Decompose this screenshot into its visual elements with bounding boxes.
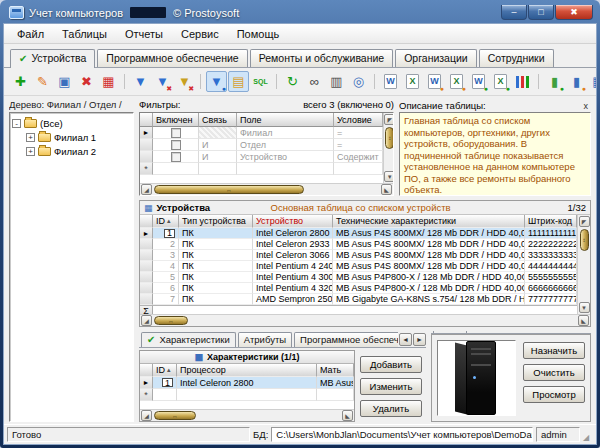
delete-button[interactable]: Удалить (360, 400, 422, 417)
toolbar-button[interactable]: W ● (468, 71, 489, 92)
toolbar-button[interactable] (512, 71, 533, 92)
resize-grip[interactable]: ◢ (583, 433, 593, 442)
toolbar-button[interactable]: ◎ (348, 71, 369, 92)
filter-condition-cell[interactable]: Содержит (334, 151, 383, 163)
filters-col-condition[interactable]: Условие (334, 113, 383, 127)
tree-node[interactable]: + Филиал 2 (26, 144, 131, 158)
menu-item[interactable]: Таблицы (53, 26, 116, 42)
characteristics-horizontal-scrollbar[interactable]: ↔ (154, 411, 196, 420)
toolbar-button[interactable]: ✖ (76, 71, 97, 92)
filter-condition-cell[interactable]: = (334, 127, 383, 139)
filter-field-cell[interactable]: Отдел (237, 139, 334, 151)
corner-button[interactable]: ◢ (141, 410, 152, 421)
sub-tab[interactable]: ✔ Атрибуты (238, 332, 292, 347)
filter-field-cell[interactable]: Филиал (237, 127, 334, 139)
sub-tab[interactable]: ✔ Характеристики (141, 332, 236, 347)
toolbar-button[interactable]: ▦ (98, 71, 119, 92)
tree-node[interactable]: - (Все) (12, 116, 131, 130)
filters-col-field[interactable]: Поле (237, 113, 334, 127)
device-row[interactable]: ► 77 ПК AMD Sempron 2500 MB Gigabyte GA-… (140, 294, 577, 305)
assign-photo-button[interactable]: Назначить (523, 342, 585, 359)
filter-link-cell[interactable]: И (199, 139, 237, 151)
view-photo-button[interactable]: Просмотр (523, 386, 585, 403)
devices-funnel-button[interactable]: ▼ (579, 302, 590, 313)
tree-expander-icon[interactable]: + (26, 147, 35, 156)
tab-scroll-left-icon[interactable]: ◄ (399, 333, 412, 346)
corner-button-right[interactable]: ◣ (381, 184, 392, 195)
characteristics-row[interactable]: ► 1 Intel Celeron 2800 MB Asus P4S 800MX… (140, 377, 354, 389)
devices-vertical-scrollbar[interactable]: ↕ (580, 229, 589, 251)
main-tab[interactable]: ✔ Сотрудники (479, 49, 554, 67)
device-row[interactable]: ► 11 ПК Intel Celeron 2800 MB Asus P4S 8… (140, 228, 577, 239)
device-row[interactable]: ► 33 ПК Intel Celeron 3066 MB Asus P4S 8… (140, 250, 577, 261)
toolbar-button[interactable]: ↻ (282, 71, 303, 92)
maximize-button[interactable]: □ (528, 5, 554, 20)
device-row[interactable]: ► 22 ПК Intel Celeron 2933 MB Asus P4S 8… (140, 239, 577, 250)
description-close-icon[interactable]: x (581, 101, 592, 111)
corner-button[interactable]: ◢ (141, 315, 152, 326)
devices-col-specs[interactable]: Технические характеристики (333, 215, 525, 228)
main-tab[interactable]: ✔ Программное обеспечение (97, 49, 247, 67)
devices-horizontal-scrollbar[interactable]: ↔ (154, 316, 188, 325)
checkbox-icon[interactable] (171, 140, 181, 150)
sub-tab[interactable]: ✔ Программное обеспечение (294, 332, 398, 347)
filter-link-cell[interactable]: И (199, 151, 237, 163)
toolbar-button[interactable]: ▮ ● (566, 71, 587, 92)
add-button[interactable]: Добавить (360, 356, 422, 373)
devices-col-id[interactable]: ID▴ (153, 215, 179, 228)
filter-condition-cell[interactable]: = (334, 139, 383, 151)
device-row[interactable]: ► 44 ПК Intel Pentium 4 2400 MB Asus P4S… (140, 261, 577, 272)
devices-col-barcode[interactable]: Штрих-код (525, 215, 577, 228)
toolbar-button[interactable]: ▥ (326, 71, 347, 92)
tree-expander-icon[interactable]: + (26, 133, 35, 142)
toolbar-button[interactable]: X ● (446, 71, 467, 92)
menu-item[interactable]: Файл (8, 26, 53, 42)
filter-enabled-cell[interactable] (153, 151, 199, 163)
toolbar-button[interactable]: ✎ (32, 71, 53, 92)
menu-item[interactable]: Сервис (172, 26, 228, 42)
devices-col-device[interactable]: Устройство (253, 215, 333, 228)
toolbar-button[interactable]: ✚ (10, 71, 31, 92)
toolbar-button[interactable]: ▤ (228, 71, 249, 92)
corner-button-right[interactable]: ◣ (578, 315, 589, 326)
filters-col-enabled[interactable]: Включен (153, 113, 199, 127)
col-mb[interactable]: Мать (317, 364, 354, 377)
filter-row[interactable]: ► И Отдел = (140, 139, 383, 151)
tree-view[interactable]: - (Все) + Филиал 1 + Филиал 2 (9, 112, 134, 422)
toolbar-button[interactable]: ▣ (54, 71, 75, 92)
checkbox-icon[interactable] (171, 128, 181, 138)
filters-col-link[interactable]: Связь (199, 113, 237, 127)
toolbar-button[interactable]: W (380, 71, 401, 92)
toolbar-button[interactable]: ∞ (304, 71, 325, 92)
clear-photo-button[interactable]: Очистить (523, 364, 585, 381)
toolbar-button[interactable]: ▼ (130, 71, 151, 92)
toolbar-button[interactable]: W ● (424, 71, 445, 92)
filter-enabled-cell[interactable] (153, 127, 199, 139)
toolbar-button[interactable]: SQL (250, 71, 271, 92)
toolbar-button[interactable]: X ● (490, 71, 511, 92)
tab-scroll-right-icon[interactable]: ► (413, 333, 426, 346)
toolbar-button[interactable]: ▦ ● (588, 71, 596, 92)
devices-col-type[interactable]: Тип устройства (179, 215, 253, 228)
filter-new-row[interactable]: * (140, 163, 383, 175)
toolbar-button[interactable]: ▼ ✖ (152, 71, 173, 92)
main-tab[interactable]: ✔ Ремонты и обслуживание (250, 49, 393, 67)
menu-item[interactable]: Помощь (228, 26, 289, 42)
filters-vertical-scrollbar[interactable]: ↕ (385, 127, 393, 149)
close-button[interactable]: ✖ (555, 5, 593, 20)
main-tab[interactable]: ✔ Устройства (10, 49, 95, 68)
toolbar-button[interactable]: ▮ ● (544, 71, 565, 92)
main-tab[interactable]: ✔ Организации (395, 49, 477, 67)
toolbar-button[interactable]: ▼ ● (206, 71, 227, 92)
filter-field-cell[interactable]: Устройство (237, 151, 334, 163)
filter-row[interactable]: ► Филиал = (140, 127, 383, 139)
col-cpu[interactable]: Процессор (177, 364, 317, 377)
title-bar[interactable]: Учет компьютеров © Prostoysoft – □ ✖ (3, 0, 597, 23)
col-id[interactable]: ID▴ (153, 364, 177, 377)
rail-top-button[interactable]: ◤ (384, 114, 393, 125)
filter-enabled-cell[interactable] (153, 139, 199, 151)
minimize-button[interactable]: – (501, 5, 527, 20)
edit-button[interactable]: Изменить (360, 378, 422, 395)
tree-expander-icon[interactable]: - (12, 119, 21, 128)
rail-top-button[interactable]: ◤ (579, 216, 590, 227)
